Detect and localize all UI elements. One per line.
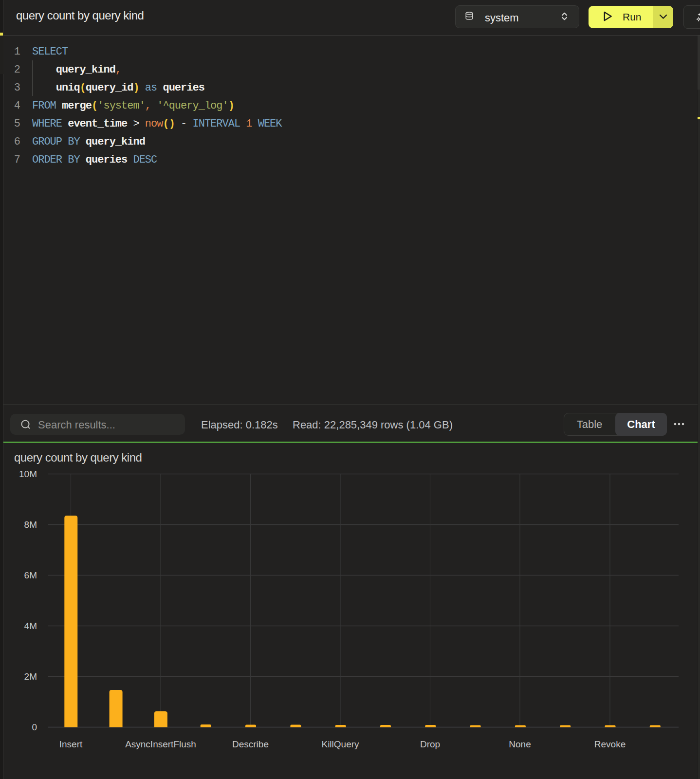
svg-text:6M: 6M: [24, 570, 37, 580]
svg-text:4M: 4M: [24, 621, 37, 631]
svg-text:Describe: Describe: [232, 739, 269, 749]
svg-text:Revoke: Revoke: [594, 739, 626, 749]
svg-text:KillQuery: KillQuery: [321, 739, 359, 749]
svg-text:0: 0: [32, 722, 37, 732]
svg-text:AsyncInsertFlush: AsyncInsertFlush: [125, 739, 196, 749]
svg-text:8M: 8M: [24, 519, 37, 530]
svg-text:Insert: Insert: [59, 739, 83, 749]
svg-text:Drop: Drop: [420, 739, 440, 749]
svg-text:10M: 10M: [19, 469, 37, 479]
svg-text:2M: 2M: [24, 671, 37, 682]
svg-text:None: None: [509, 739, 531, 749]
